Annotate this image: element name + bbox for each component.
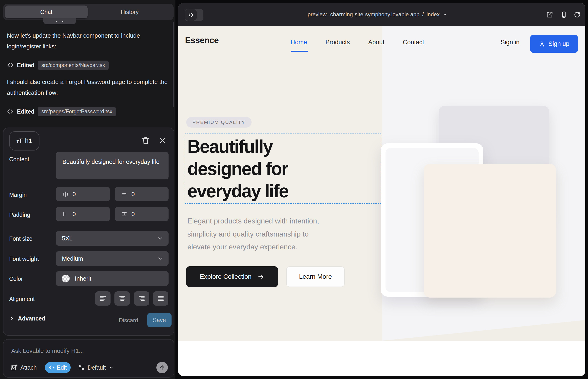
nav-link-home[interactable]: Home (291, 39, 307, 46)
chevron-down-icon (108, 365, 114, 370)
url-bar[interactable]: preview--charming-site-symphony.lovable.… (308, 3, 448, 26)
margin-horizontal-icon (62, 191, 69, 198)
edit-mode-label: Edit (57, 364, 67, 371)
padding-label: Padding (9, 211, 30, 218)
type-icon: тT (16, 137, 23, 144)
site-logo[interactable]: Essence (185, 35, 219, 45)
chevron-down-icon (157, 255, 164, 262)
attach-button[interactable]: Attach (10, 364, 37, 371)
align-right-button[interactable] (134, 291, 149, 306)
color-label: Color (9, 276, 23, 282)
hero-headline[interactable]: Beautifully designed for everyday life (187, 135, 288, 202)
model-selector[interactable]: Default (78, 364, 114, 371)
element-editor-panel: тT h1 Content Beautifully designed for e… (3, 127, 174, 336)
site-viewport: Essence Home Products About Contact Sign… (178, 26, 585, 376)
preview-page: index (427, 11, 440, 18)
section-below-hero (178, 341, 585, 376)
margin-vertical-icon (121, 191, 128, 198)
edited-file-row: Edited src/components/Navbar.tsx (7, 60, 109, 71)
sliders-icon (78, 364, 85, 371)
preview-host: preview--charming-site-symphony.lovable.… (308, 11, 419, 18)
content-input[interactable]: Beautifully designed for everyday life (56, 152, 169, 179)
align-left-button[interactable] (95, 291, 110, 306)
sidebar-scrollbar[interactable] (173, 22, 174, 107)
composer-toolbar: Attach Edit Default (10, 362, 168, 374)
learn-more-button[interactable]: Learn More (286, 266, 345, 287)
tab-chat-label: Chat (40, 9, 52, 15)
padding-y-input[interactable]: 0 (115, 207, 169, 221)
file-chip[interactable]: src/pages/ForgotPassword.tsx (38, 107, 116, 116)
chevron-down-icon (157, 235, 164, 242)
chat-composer[interactable]: Ask Lovable to modify H1... Attach Edit … (3, 339, 174, 378)
user-icon (539, 41, 545, 47)
margin-label: Margin (9, 191, 27, 198)
nav-link-products[interactable]: Products (325, 39, 350, 46)
lovable-editor-screen: Chat History Now let's update the Navbar… (0, 0, 588, 379)
refresh-icon (573, 11, 581, 18)
advanced-label: Advanced (18, 315, 45, 322)
site-nav: Home Products About Contact (291, 39, 424, 46)
sign-up-button[interactable]: Sign up (530, 35, 578, 53)
assistant-message: I should also create a Forgot Password p… (7, 77, 169, 98)
browser-chrome: preview--charming-site-symphony.lovable.… (178, 3, 585, 26)
composer-input[interactable]: Ask Lovable to modify H1... (11, 347, 84, 354)
attach-label: Attach (20, 364, 37, 371)
nav-link-contact[interactable]: Contact (403, 39, 424, 46)
file-chip[interactable]: src/components/Navbar.tsx (38, 61, 108, 70)
edit-mode-pill[interactable]: Edit (45, 362, 71, 373)
target-icon (49, 364, 55, 371)
explore-collection-button[interactable]: Explore Collection (186, 266, 278, 287)
sign-up-label: Sign up (548, 40, 569, 47)
discard-button[interactable]: Discard (116, 315, 141, 325)
align-center-button[interactable] (114, 291, 130, 306)
align-justify-button[interactable] (153, 291, 168, 306)
close-panel-icon[interactable] (158, 136, 167, 144)
nav-link-about[interactable]: About (368, 39, 385, 46)
selected-element-badge: тT h1 (9, 131, 39, 151)
align-right-icon (138, 295, 146, 302)
image-plus-icon (10, 364, 18, 371)
decorative-card-beige (424, 164, 556, 298)
alignment-label: Alignment (9, 296, 35, 302)
assistant-message: Now let's update the Navbar component to… (7, 30, 169, 52)
mobile-view-button[interactable] (560, 11, 568, 18)
code-icon (188, 12, 194, 18)
sidebar-tabbar: Chat History (3, 4, 174, 20)
delete-element-button[interactable] (141, 136, 150, 145)
tab-history[interactable]: History (88, 5, 172, 18)
font-weight-select[interactable]: Medium (56, 251, 169, 266)
chevron-down-icon (442, 12, 448, 17)
align-justify-icon (157, 295, 165, 302)
margin-y-input[interactable]: 0 (115, 187, 169, 201)
advanced-toggle[interactable]: Advanced (9, 315, 45, 322)
align-center-icon (118, 295, 126, 302)
element-tag: h1 (25, 137, 32, 144)
code-preview-toggle[interactable] (185, 9, 203, 21)
send-button[interactable] (156, 362, 168, 373)
chat-sidebar: Chat History Now let's update the Navbar… (0, 0, 175, 379)
edited-label: Edited (17, 62, 34, 69)
sign-in-link[interactable]: Sign in (501, 39, 520, 46)
arrow-right-icon (258, 273, 264, 280)
chevron-right-icon (9, 316, 15, 321)
font-size-select[interactable]: 5XL (56, 231, 169, 246)
open-external-button[interactable] (546, 11, 553, 18)
code-icon (7, 108, 14, 115)
refresh-button[interactable] (573, 11, 581, 18)
padding-horizontal-icon (62, 211, 69, 218)
save-button[interactable]: Save (147, 313, 171, 327)
active-nav-underline (291, 51, 308, 52)
align-left-icon (99, 295, 107, 302)
smartphone-icon (560, 11, 568, 18)
code-icon (7, 62, 14, 69)
padding-x-input[interactable]: 0 (56, 207, 110, 221)
font-weight-label: Font weight (9, 255, 39, 262)
color-select[interactable]: Inherit (56, 271, 169, 286)
code-view-segment[interactable] (185, 9, 197, 21)
margin-x-input[interactable]: 0 (56, 187, 110, 201)
edited-file-row: Edited src/pages/ForgotPassword.tsx (7, 106, 116, 117)
tab-chat[interactable]: Chat (5, 5, 88, 18)
content-label: Content (9, 156, 29, 163)
color-swatch (62, 275, 70, 283)
scroll-overflow-pill[interactable] (43, 18, 76, 24)
